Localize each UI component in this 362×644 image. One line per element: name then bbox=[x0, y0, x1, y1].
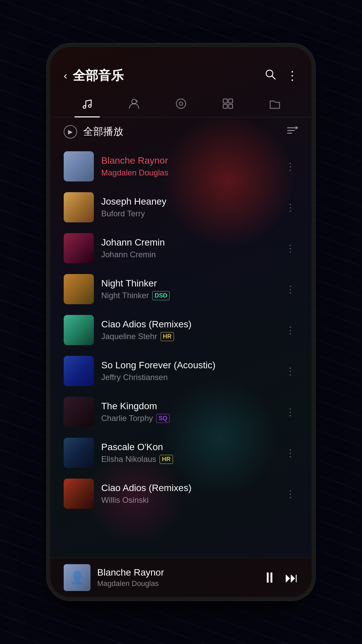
thumb-art bbox=[64, 274, 94, 304]
song-more-button[interactable]: ⋮ bbox=[282, 362, 298, 380]
svg-rect-7 bbox=[223, 99, 227, 103]
song-subtitle: Magdalen Douglas bbox=[101, 168, 275, 177]
list-item[interactable]: Ciao Adios (Remixes) Jaqueline Stehr HR … bbox=[50, 310, 312, 351]
tab-artist[interactable] bbox=[121, 94, 147, 117]
song-title: Ciao Adios (Remixes) bbox=[101, 319, 275, 330]
song-more-button[interactable]: ⋮ bbox=[282, 403, 298, 421]
song-subtitle: Jaqueline Stehr HR bbox=[101, 332, 275, 341]
song-info: Ciao Adios (Remixes) Jaqueline Stehr HR bbox=[101, 319, 275, 341]
song-thumb bbox=[64, 151, 94, 181]
song-subtitle: Elisha Nikolaus HR bbox=[101, 454, 275, 464]
svg-rect-10 bbox=[229, 104, 233, 108]
header: ‹ 全部音乐 ⋮ bbox=[50, 47, 312, 91]
song-info: The Kingdom Charlie Torphy SQ bbox=[101, 401, 275, 423]
song-artist: Buford Terry bbox=[101, 209, 145, 218]
sort-icon[interactable] bbox=[286, 125, 298, 139]
song-info: So Long Forever (Acoustic) Jeffry Christ… bbox=[101, 360, 275, 382]
song-artist: Magdalen Douglas bbox=[101, 168, 168, 177]
now-playing-artist: Magdalen Douglas bbox=[97, 579, 255, 588]
playlist-tab-icon bbox=[222, 98, 234, 112]
list-item[interactable]: Joseph Heaney Buford Terry ⋮ bbox=[50, 187, 312, 228]
thumb-art bbox=[64, 192, 94, 222]
song-info: Johann Cremin Johann Cremin bbox=[101, 237, 275, 259]
song-thumb bbox=[64, 315, 94, 345]
quality-badge: HR bbox=[160, 455, 173, 464]
song-subtitle: Buford Terry bbox=[101, 209, 275, 218]
song-info: Joseph Heaney Buford Terry bbox=[101, 196, 275, 218]
song-more-button[interactable]: ⋮ bbox=[282, 321, 298, 339]
song-more-button[interactable]: ⋮ bbox=[282, 199, 298, 216]
quality-badge: SQ bbox=[156, 414, 170, 423]
folder-tab-icon bbox=[269, 98, 281, 112]
song-more-button[interactable]: ⋮ bbox=[282, 485, 298, 503]
list-item[interactable]: Johann Cremin Johann Cremin ⋮ bbox=[50, 228, 312, 269]
song-title: So Long Forever (Acoustic) bbox=[101, 360, 275, 371]
search-icon[interactable] bbox=[265, 69, 276, 83]
song-thumb bbox=[64, 397, 94, 427]
song-artist: Jeffry Christiansen bbox=[101, 373, 168, 382]
song-more-button[interactable]: ⋮ bbox=[282, 239, 298, 257]
tab-playlist[interactable] bbox=[215, 94, 241, 117]
song-thumb bbox=[64, 438, 94, 468]
pause-button[interactable]: ⏸ bbox=[262, 569, 277, 586]
song-artist: Willis Osinski bbox=[101, 495, 148, 505]
thumb-art bbox=[64, 356, 94, 386]
play-all-button[interactable]: ▶ bbox=[64, 125, 77, 139]
song-title: Johann Cremin bbox=[101, 237, 275, 248]
song-list: Blanche Raynor Magdalen Douglas ⋮ Joseph… bbox=[50, 146, 312, 558]
list-item[interactable]: Night Thinker Night Thinker DSD ⋮ bbox=[50, 269, 312, 310]
svg-line-1 bbox=[272, 76, 276, 79]
thumb-art bbox=[64, 151, 94, 181]
quality-badge: DSD bbox=[152, 291, 170, 300]
song-title: Pascale O'Kon bbox=[101, 442, 275, 452]
now-playing-bar[interactable]: 👤 Blanche Raynor Magdalen Douglas ⏸ ⏭ bbox=[50, 558, 312, 597]
song-artist: Charlie Torphy bbox=[101, 414, 153, 423]
song-artist: Johann Cremin bbox=[101, 250, 156, 259]
svg-point-2 bbox=[83, 106, 86, 108]
back-button[interactable]: ‹ bbox=[64, 69, 67, 82]
artist-tab-icon bbox=[128, 98, 140, 112]
song-more-button[interactable]: ⋮ bbox=[282, 158, 298, 175]
song-info: Night Thinker Night Thinker DSD bbox=[101, 278, 275, 300]
next-button[interactable]: ⏭ bbox=[285, 570, 298, 585]
song-artist: Night Thinker bbox=[101, 291, 149, 300]
play-all-left: ▶ 全部播放 bbox=[64, 125, 123, 139]
thumb-art bbox=[64, 315, 94, 345]
list-item[interactable]: Pascale O'Kon Elisha Nikolaus HR ⋮ bbox=[50, 432, 312, 473]
tab-music[interactable] bbox=[74, 94, 100, 117]
song-title: Ciao Adios (Remixes) bbox=[101, 483, 275, 493]
list-item[interactable]: The Kingdom Charlie Torphy SQ ⋮ bbox=[50, 391, 312, 432]
list-item[interactable]: Ciao Adios (Remixes) Willis Osinski ⋮ bbox=[50, 473, 312, 514]
thumb-art bbox=[64, 438, 94, 468]
song-title: Blanche Raynor bbox=[101, 155, 275, 166]
song-thumb bbox=[64, 356, 94, 386]
play-all-bar: ▶ 全部播放 bbox=[50, 117, 312, 146]
song-thumb bbox=[64, 233, 94, 263]
song-thumb bbox=[64, 479, 94, 509]
now-playing-controls: ⏸ ⏭ bbox=[262, 569, 298, 586]
song-artist: Elisha Nikolaus bbox=[101, 454, 156, 464]
song-subtitle: Charlie Torphy SQ bbox=[101, 414, 275, 423]
tab-bar bbox=[50, 91, 312, 117]
thumb-art bbox=[64, 233, 94, 263]
header-right: ⋮ bbox=[265, 69, 298, 83]
tab-folder[interactable] bbox=[262, 94, 288, 117]
song-thumb bbox=[64, 274, 94, 304]
song-more-button[interactable]: ⋮ bbox=[282, 444, 298, 462]
svg-rect-9 bbox=[223, 104, 227, 108]
song-subtitle: Willis Osinski bbox=[101, 495, 275, 505]
thumb-art: 👤 bbox=[64, 564, 90, 591]
play-all-label: 全部播放 bbox=[83, 125, 123, 139]
thumb-art bbox=[64, 397, 94, 427]
list-item[interactable]: So Long Forever (Acoustic) Jeffry Christ… bbox=[50, 351, 312, 391]
now-playing-thumb: 👤 bbox=[64, 564, 90, 591]
music-tab-icon bbox=[81, 98, 93, 112]
song-subtitle: Night Thinker DSD bbox=[101, 291, 275, 300]
song-more-button[interactable]: ⋮ bbox=[282, 280, 298, 298]
album-tab-icon bbox=[175, 98, 187, 112]
now-playing-info: Blanche Raynor Magdalen Douglas bbox=[97, 567, 255, 588]
more-menu-icon[interactable]: ⋮ bbox=[286, 69, 298, 83]
quality-badge: HR bbox=[161, 332, 174, 341]
list-item[interactable]: Blanche Raynor Magdalen Douglas ⋮ bbox=[50, 146, 312, 187]
tab-album[interactable] bbox=[168, 94, 194, 117]
